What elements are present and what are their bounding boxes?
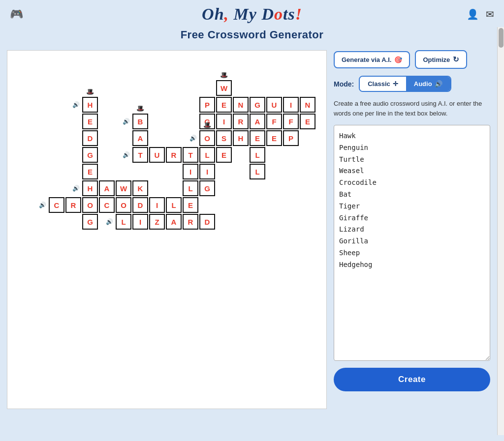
speaker-icon[interactable]: 🔊 (189, 135, 197, 142)
grid-cell: P (199, 97, 215, 113)
grid-cell: E (216, 147, 232, 163)
optimize-label: Optimize (423, 56, 450, 63)
top-buttons: Generate via A.I. 🎯 Optimize ↻ (334, 50, 490, 69)
grid-cell: C (99, 197, 115, 213)
grid-cell: G (82, 147, 98, 163)
grid-cell: I (132, 214, 148, 230)
grid-cell: I (183, 164, 198, 179)
generate-button[interactable]: Generate via A.I. 🎯 (334, 51, 410, 68)
grid-cell: A (166, 214, 182, 230)
grid-cell: E (82, 164, 98, 179)
grid-cell: G (82, 214, 98, 230)
grid-cell: D (82, 130, 98, 146)
crossword-grid: WHPENGUINEBGIRAFFEDAOSHEEPGTURTLELEIILHA… (32, 80, 316, 240)
header: 🎮 Oh, My Dots! 👤 ✉ (0, 0, 504, 29)
grid-cell: G (250, 97, 265, 113)
grid-cell: W (216, 80, 232, 96)
grid-cell: L (250, 147, 265, 163)
grid-cell: T (132, 147, 148, 163)
logo: Oh, My Dots! (202, 5, 302, 24)
main-layout: WHPENGUINEBGIRAFFEDAOSHEEPGTURTLELEIILHA… (0, 50, 504, 416)
grid-cell: E (266, 130, 282, 146)
optimize-icon: ↻ (453, 55, 459, 64)
mode-buttons: Classic ✛ Audio 🔊 (359, 76, 451, 92)
page-title: Free Crossword Generator (0, 29, 504, 41)
mode-row: Mode: Classic ✛ Audio 🔊 (334, 76, 490, 92)
grid-cell: L (183, 180, 198, 196)
grid-cell: K (132, 180, 148, 196)
grid-cell: E (183, 197, 198, 213)
grid-cell: R (183, 214, 198, 230)
grid-cell: I (199, 164, 215, 179)
mode-audio-label: Audio (414, 80, 432, 88)
create-button[interactable]: Create (334, 368, 490, 391)
grid-cell: N (300, 97, 315, 113)
speaker-icon[interactable]: 🔊 (72, 185, 80, 192)
grid-cell: R (166, 147, 182, 163)
grid-cell: H (82, 180, 98, 196)
grid-cell: Z (149, 214, 165, 230)
grid-cell: E (216, 97, 232, 113)
grid-cell: W (116, 180, 131, 196)
grid-cell: E (82, 114, 98, 129)
mode-classic-label: Classic (368, 80, 390, 88)
grid-cell: H (233, 130, 249, 146)
grid-cell: L (250, 164, 265, 179)
grid-cell: L (199, 147, 215, 163)
grid-cell: R (65, 197, 81, 213)
right-panel: Generate via A.I. 🎯 Optimize ↻ Mode: Cla… (327, 50, 497, 391)
grid-cell: I (149, 197, 165, 213)
word-list-textarea[interactable] (334, 125, 490, 361)
game-icon: 🎮 (10, 8, 23, 21)
grid-cell: U (266, 97, 282, 113)
grid-cell: H (82, 97, 98, 113)
mode-classic-icon: ✛ (393, 80, 398, 88)
speaker-icon[interactable]: 🔊 (123, 151, 130, 158)
speaker-icon[interactable]: 🔊 (106, 218, 113, 225)
grid-cell: S (216, 130, 232, 146)
speaker-icon[interactable]: 🔊 (123, 118, 130, 125)
grid-cell: N (233, 97, 249, 113)
grid-cell: E (300, 114, 315, 129)
grid-cell: R (233, 114, 249, 129)
mode-label: Mode: (334, 80, 354, 88)
grid-cell: O (199, 130, 215, 146)
scrollbar[interactable] (497, 27, 504, 435)
generate-emoji: 🎯 (394, 56, 402, 63)
grid-cell: P (283, 130, 299, 146)
mode-audio-icon: 🔊 (435, 80, 442, 88)
grid-cell: E (250, 130, 265, 146)
speaker-icon[interactable]: 🔊 (72, 101, 80, 108)
grid-cell: A (250, 114, 265, 129)
generate-label: Generate via A.I. (342, 56, 391, 63)
grid-cell: D (199, 214, 215, 230)
hat-icon: 🎩 (220, 71, 228, 79)
mode-audio-button[interactable]: Audio 🔊 (406, 77, 450, 91)
grid-cell: A (132, 130, 148, 146)
speaker-icon[interactable]: 🔊 (39, 202, 46, 208)
hat-icon: 🎩 (136, 105, 144, 112)
crossword-area: WHPENGUINEBGIRAFFEDAOSHEEPGTURTLELEIILHA… (7, 50, 327, 409)
description: Create a free audio crossword using A.I.… (334, 99, 490, 118)
grid-cell: U (149, 147, 165, 163)
grid-cell: C (49, 197, 64, 213)
grid-cell: L (166, 197, 182, 213)
scrollbar-thumb[interactable] (499, 28, 504, 48)
grid-cell: F (266, 114, 282, 129)
grid-cell: A (99, 180, 115, 196)
hat-icon: 🎩 (203, 121, 211, 129)
mail-icon[interactable]: ✉ (486, 8, 494, 20)
hat-icon: 🎩 (86, 88, 94, 95)
grid-cell: T (183, 147, 198, 163)
grid-cell: I (283, 97, 299, 113)
grid-cell: F (283, 114, 299, 129)
grid-cell: I (216, 114, 232, 129)
header-icons: 👤 ✉ (467, 8, 494, 20)
mode-classic-button[interactable]: Classic ✛ (360, 77, 406, 91)
optimize-button[interactable]: Optimize ↻ (415, 50, 467, 69)
grid-cell: O (82, 197, 98, 213)
grid-cell: G (199, 180, 215, 196)
user-icon[interactable]: 👤 (467, 8, 479, 20)
grid-cell: D (132, 197, 148, 213)
grid-cell: B (132, 114, 148, 129)
